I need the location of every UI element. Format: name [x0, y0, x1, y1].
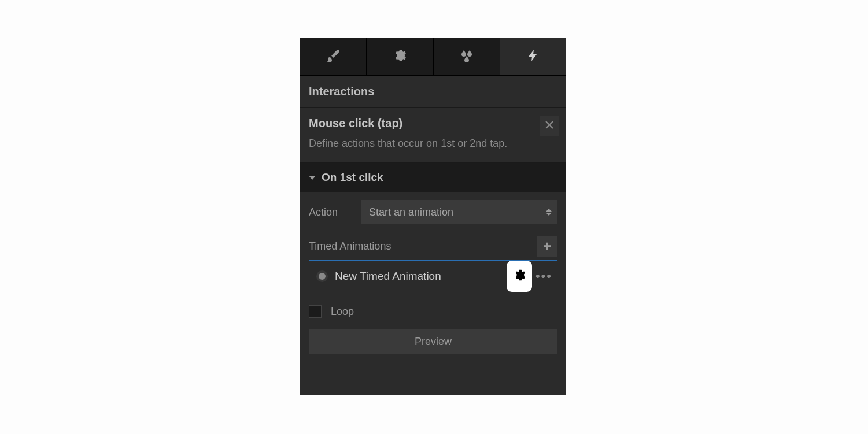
action-label: Action — [309, 206, 361, 218]
animations-label: Timed Animations — [309, 240, 391, 253]
edit-animation-button[interactable] — [507, 261, 531, 291]
loop-label: Loop — [331, 306, 354, 318]
tab-settings[interactable] — [367, 38, 433, 75]
select-arrows-icon — [546, 209, 552, 216]
disclosure-label: On 1st click — [322, 171, 383, 184]
disclosure-body: Action Start an animation Timed Animatio… — [300, 192, 566, 364]
action-select-value: Start an animation — [369, 206, 453, 218]
trigger-title: Mouse click (tap) — [309, 117, 557, 130]
tab-effects[interactable] — [434, 38, 500, 75]
preview-button[interactable]: Preview — [309, 329, 557, 354]
interactions-panel: Interactions Mouse click (tap) Define ac… — [300, 38, 566, 395]
more-icon: ••• — [535, 269, 552, 283]
animation-row[interactable]: New Timed Animation ••• — [309, 260, 557, 292]
animation-dot-icon — [319, 273, 326, 280]
tab-interactions[interactable] — [500, 38, 566, 75]
preview-button-label: Preview — [415, 336, 452, 348]
action-select[interactable]: Start an animation — [361, 200, 557, 224]
lightning-icon — [526, 49, 540, 65]
animations-header: Timed Animations + — [309, 236, 557, 257]
action-row: Action Start an animation — [309, 200, 557, 224]
animation-more-button[interactable]: ••• — [535, 269, 552, 284]
caret-down-icon — [309, 176, 316, 180]
gear-icon — [513, 269, 526, 284]
droplets-icon — [460, 49, 474, 65]
disclosure-on-1st-click[interactable]: On 1st click — [300, 163, 566, 192]
brush-icon — [326, 49, 340, 65]
loop-row: Loop — [309, 305, 557, 318]
animation-name: New Timed Animation — [335, 270, 441, 283]
section-title: Interactions — [300, 76, 566, 108]
remove-trigger-button[interactable] — [540, 116, 559, 136]
loop-checkbox[interactable] — [309, 305, 322, 318]
add-animation-button[interactable]: + — [537, 236, 557, 257]
tab-style[interactable] — [300, 38, 367, 75]
close-icon — [545, 120, 554, 132]
trigger-description: Define actions that occur on 1st or 2nd … — [309, 136, 529, 151]
gear-icon — [393, 49, 407, 65]
panel-tabbar — [300, 38, 566, 76]
trigger-block: Mouse click (tap) Define actions that oc… — [300, 108, 566, 163]
